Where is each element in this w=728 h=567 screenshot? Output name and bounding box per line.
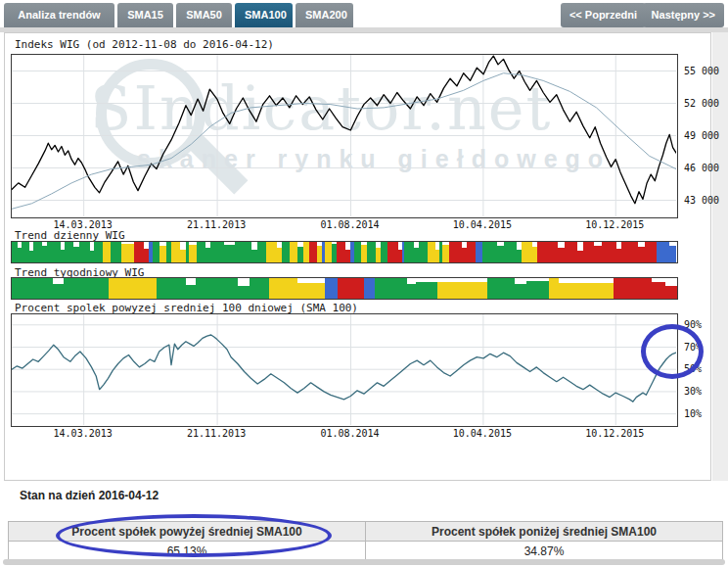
trend-segment-green-up xyxy=(47,242,60,262)
trend-segment-green-up xyxy=(515,284,526,299)
y-tick-label: 43 000 xyxy=(684,195,719,206)
trend-segment-green-up xyxy=(94,242,102,262)
trend-segment-green-up xyxy=(375,278,408,299)
trend-segment-green-up xyxy=(250,278,269,299)
trend-segment-yellow-neutral xyxy=(171,242,180,262)
ellipse-annotation-table xyxy=(56,514,332,557)
page: << Poprzedni Następny >> Analiza trendów… xyxy=(0,0,728,567)
top-tab-bar: << Poprzedni Następny >> Analiza trendów… xyxy=(0,3,728,27)
trend-segment-red-down xyxy=(665,286,677,299)
y-tick-label: 52 000 xyxy=(684,98,719,109)
trend-segment-yellow-neutral xyxy=(297,283,325,299)
trend-segment-red-down xyxy=(614,278,653,299)
trend-segment-green-up xyxy=(482,242,497,262)
trend-segment-red-down xyxy=(652,282,665,299)
trend-segment-green-up xyxy=(157,278,186,299)
trend-segment-yellow-neutral xyxy=(159,246,166,262)
x-tick-label: 01.08.2014 xyxy=(320,219,379,230)
tab-sma15[interactable]: SMA15 xyxy=(117,3,173,27)
weekly-trend-strip xyxy=(11,277,678,300)
table-value-col2: 34.87% xyxy=(366,542,723,561)
trend-segment-yellow-neutral xyxy=(189,245,196,262)
trend-segment-yellow-neutral xyxy=(121,244,134,262)
percent-above-sma-chart xyxy=(11,313,678,427)
trend-segment-green-up xyxy=(186,285,196,299)
trend-segment-green-up xyxy=(12,278,53,299)
trend-segment-yellow-neutral xyxy=(559,283,613,299)
trend-segment-green-up xyxy=(111,242,121,262)
x-tick-label: 14.03.2013 xyxy=(54,219,113,230)
ellipse-annotation-chart xyxy=(641,324,704,379)
trend-segment-yellow-neutral xyxy=(428,242,435,262)
trend-segment-red-down xyxy=(645,242,656,262)
trend-segment-green-up xyxy=(367,242,376,262)
trend-segment-green-up xyxy=(487,278,515,299)
trend-segment-red-down xyxy=(387,242,398,262)
trend-segment-yellow-neutral xyxy=(103,242,111,262)
wig-price-chart: SIndicator.net skaner rynku giełdowego xyxy=(11,54,678,218)
trend-segment-blue-signal xyxy=(325,278,338,299)
trend-segment-green-up xyxy=(416,282,437,299)
trend-segment-yellow-neutral xyxy=(522,242,532,262)
trend-segment-green-up xyxy=(407,284,416,299)
y-tick-label: 10% xyxy=(684,408,702,419)
table-header-col2: Procent spółek poniżej średniej SMA100 xyxy=(366,522,723,542)
trend-segment-red-down xyxy=(309,242,316,262)
x-tick-label: 01.08.2014 xyxy=(320,428,379,439)
trend-segment-green-up xyxy=(526,281,550,299)
trend-segment-green-up xyxy=(197,242,205,262)
trend-segment-red-down xyxy=(558,248,565,262)
trend-segment-green-up xyxy=(65,242,72,262)
footer-bar xyxy=(3,559,725,565)
trend-segment-yellow-neutral xyxy=(266,242,277,262)
x-tick-label: 21.11.2013 xyxy=(187,219,246,230)
trend-segment-green-up xyxy=(224,245,235,262)
y-tick-label: 49 000 xyxy=(684,130,719,141)
percent-chart-svg xyxy=(12,314,676,425)
x-tick-label: 10.04.2015 xyxy=(453,428,512,439)
trend-segment-yellow-neutral xyxy=(290,242,297,262)
trend-segment-yellow-neutral xyxy=(325,242,332,262)
trend-segment-red-down xyxy=(583,242,594,262)
trend-segment-red-down xyxy=(449,242,462,262)
trend-segment-red-down xyxy=(467,242,476,262)
trend-segment-green-up xyxy=(354,242,361,262)
tab-sma100[interactable]: SMA100 xyxy=(235,3,293,27)
trend-segment-red-down xyxy=(134,242,143,262)
trend-segment-green-up xyxy=(238,286,250,299)
x-tick-label: 10.04.2015 xyxy=(453,219,512,230)
trend-segment-green-up xyxy=(235,242,251,262)
trend-segment-green-up xyxy=(79,242,90,262)
daily-trend-strip xyxy=(11,241,678,263)
trend-segment-green-up xyxy=(210,242,224,262)
trend-segment-red-down xyxy=(638,247,645,262)
y-tick-label: 46 000 xyxy=(684,163,719,173)
trend-segment-yellow-neutral xyxy=(549,278,559,299)
trend-segment-green-up xyxy=(53,284,65,299)
tab-analiza-trend-w[interactable]: Analiza trendów xyxy=(4,3,114,27)
tab-sma50[interactable]: SMA50 xyxy=(176,3,232,27)
trend-segment-red-down xyxy=(338,278,364,299)
trend-segment-red-down xyxy=(337,242,345,262)
x-tick-label: 10.12.2015 xyxy=(585,428,644,439)
y-tick-label: 30% xyxy=(684,386,702,397)
previous-button[interactable]: << Poprzedni xyxy=(561,3,646,27)
trend-segment-green-up xyxy=(419,242,427,262)
trend-segment-red-down xyxy=(621,242,638,262)
status-heading: Stan na dzień 2016-04-12 xyxy=(20,489,159,502)
trend-segment-red-down xyxy=(594,246,602,262)
trend-segment-blue-signal xyxy=(364,278,375,299)
trend-segment-green-up xyxy=(497,246,504,262)
trend-segment-yellow-neutral xyxy=(109,278,157,299)
trend-segment-yellow-neutral xyxy=(442,245,449,262)
trend-segment-green-up xyxy=(64,278,108,299)
trend-segment-yellow-neutral xyxy=(269,278,298,299)
trend-segment-green-up xyxy=(282,242,289,262)
next-button[interactable]: Następny >> xyxy=(643,3,724,27)
trend-segment-yellow-neutral xyxy=(437,282,487,299)
trend-segment-green-up xyxy=(196,278,238,299)
wig-chart-svg xyxy=(12,55,676,216)
tab-sma200[interactable]: SMA200 xyxy=(296,3,353,27)
trend-segment-red-down xyxy=(565,242,577,262)
trend-segment-green-up xyxy=(404,242,413,262)
